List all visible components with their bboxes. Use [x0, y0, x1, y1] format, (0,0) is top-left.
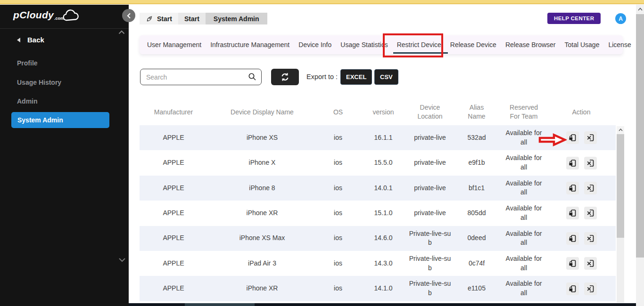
- cell-device-display-name: iPhone XS Max: [207, 234, 317, 243]
- device-remove-icon: [586, 284, 594, 293]
- restrict-device-button[interactable]: [566, 232, 579, 245]
- cell-os: ios: [317, 133, 359, 143]
- cloud-icon: [62, 8, 82, 23]
- page-scroll-up-button[interactable]: [636, 5, 644, 13]
- cell-action: [547, 257, 616, 270]
- column-header-device-display-name: Device Display Name: [207, 108, 317, 117]
- restrict-device-button[interactable]: [566, 182, 579, 194]
- release-device-button[interactable]: [584, 207, 597, 219]
- cell-os: ios: [317, 234, 359, 243]
- release-device-button[interactable]: [584, 232, 597, 245]
- chevron-left-icon: [127, 13, 131, 19]
- refresh-button[interactable]: [271, 69, 299, 85]
- release-device-button[interactable]: [584, 157, 597, 169]
- page: pCloudy .com Back Profile Usage History …: [0, 0, 644, 306]
- device-remove-icon: [586, 133, 594, 142]
- chevron-down-icon[interactable]: [118, 258, 126, 262]
- sidebar-back-button[interactable]: Back: [17, 36, 44, 44]
- export-csv-button[interactable]: CSV: [374, 69, 398, 85]
- device-lock-icon: [569, 234, 577, 243]
- table-header: Manufacturer Device Display Name OS vers…: [140, 99, 616, 125]
- breadcrumb-tab-system-admin[interactable]: System Admin: [206, 13, 267, 24]
- cell-manufacturer: APPLE: [140, 209, 207, 218]
- tab-usage-statistics[interactable]: Usage Statistics: [339, 35, 389, 54]
- page-scrollbar-thumb[interactable]: [636, 14, 644, 258]
- sidebar-item-label: System Admin: [17, 116, 63, 124]
- avatar[interactable]: A: [615, 13, 626, 24]
- tab-release-browser[interactable]: Release Browser: [504, 35, 557, 54]
- export-excel-button[interactable]: EXCEL: [340, 69, 372, 85]
- sidebar-item-system-admin[interactable]: System Admin: [11, 112, 109, 128]
- device-lock-icon: [569, 284, 577, 293]
- sidebar: pCloudy .com Back Profile Usage History …: [0, 5, 129, 306]
- pcloudy-logo: pCloudy .com: [13, 9, 82, 23]
- table-row: APPLE iPhone XS Max ios 14.6.0 Private-l…: [140, 226, 616, 251]
- column-header-manufacturer: Manufacturer: [140, 108, 207, 117]
- sidebar-collapse-button[interactable]: [122, 9, 135, 22]
- scroll-up-icon: [619, 129, 623, 131]
- table-row: APPLE iPhone XR ios 14.1.0 Private-live-…: [140, 276, 616, 301]
- restrict-device-button[interactable]: [566, 257, 579, 270]
- release-device-button[interactable]: [584, 131, 597, 144]
- sidebar-item-usage-history[interactable]: Usage History: [17, 79, 61, 86]
- device-lock-icon: [569, 259, 577, 268]
- breadcrumb-label: System Admin: [214, 15, 259, 23]
- restrict-device-button[interactable]: [566, 131, 579, 144]
- cell-os: ios: [317, 184, 359, 193]
- cell-device-display-name: iPhone XS: [207, 133, 317, 143]
- logo-text: pCloudy: [13, 9, 54, 21]
- refresh-icon: [280, 72, 290, 82]
- cell-device-location: private-live: [407, 184, 453, 193]
- chevron-up-icon[interactable]: [118, 30, 125, 34]
- cell-version: 15.5.0: [359, 158, 407, 168]
- cell-action: [547, 207, 616, 219]
- cell-device-location: private-live: [407, 133, 453, 143]
- release-device-button[interactable]: [584, 257, 597, 270]
- breadcrumb: Start Start System Admin: [140, 13, 267, 24]
- table-scrollbar-thumb[interactable]: [617, 134, 624, 238]
- restrict-device-button[interactable]: [566, 282, 579, 295]
- column-header-device-location: Device Location: [407, 103, 453, 121]
- cell-version: 15.1.0: [359, 209, 407, 218]
- cell-os: ios: [317, 284, 359, 293]
- breadcrumb-tab-start-1[interactable]: Start: [140, 13, 178, 24]
- cell-action: [547, 282, 616, 295]
- tab-total-usage[interactable]: Total Usage: [563, 35, 601, 54]
- table-scrollbar[interactable]: [617, 126, 624, 303]
- cell-action: [547, 131, 616, 144]
- sidebar-item-admin[interactable]: Admin: [17, 97, 38, 105]
- search-icon: [248, 72, 256, 81]
- column-header-version: version: [359, 108, 407, 117]
- cell-manufacturer: APPLE: [140, 158, 207, 168]
- help-center-button[interactable]: HELP CENTER: [547, 13, 601, 24]
- tab-device-info[interactable]: Device Info: [297, 35, 333, 54]
- release-device-button[interactable]: [584, 182, 597, 194]
- device-remove-icon: [586, 159, 594, 168]
- restrict-device-button[interactable]: [566, 157, 579, 169]
- cell-alias-name: 532ad: [453, 133, 501, 143]
- table-scroll-up-button[interactable]: [617, 126, 624, 134]
- tab-restrict-device[interactable]: Restrict Device: [396, 35, 443, 54]
- release-device-button[interactable]: [584, 282, 597, 295]
- device-lock-icon: [569, 159, 577, 168]
- horizontal-scrollbar-thumb[interactable]: [185, 303, 255, 306]
- cell-os: ios: [317, 158, 359, 168]
- cell-reserved-for-team: Available for all: [501, 229, 547, 248]
- cell-alias-name: 805dd: [453, 209, 501, 218]
- admin-tab-bar: User Management Infrastructure Managemen…: [140, 35, 623, 54]
- page-scrollbar[interactable]: [636, 5, 644, 306]
- device-lock-icon: [569, 209, 577, 217]
- restrict-device-button[interactable]: [566, 207, 579, 219]
- tab-license[interactable]: License: [607, 35, 632, 54]
- horizontal-scrollbar[interactable]: [129, 303, 636, 306]
- cell-device-location: Private-live-sub: [407, 279, 453, 298]
- search-input[interactable]: [140, 69, 262, 85]
- table-row: APPLE iPad Air 3 ios 14.3.0 Private-live…: [140, 251, 616, 276]
- sidebar-item-profile[interactable]: Profile: [17, 59, 38, 67]
- tab-release-device[interactable]: Release Device: [449, 35, 498, 54]
- tab-user-management[interactable]: User Management: [146, 35, 203, 54]
- tab-infrastructure-management[interactable]: Infrastructure Management: [209, 35, 291, 54]
- breadcrumb-tab-start-2[interactable]: Start: [178, 13, 206, 24]
- breadcrumb-label: Start: [184, 15, 199, 23]
- back-label: Back: [27, 36, 44, 44]
